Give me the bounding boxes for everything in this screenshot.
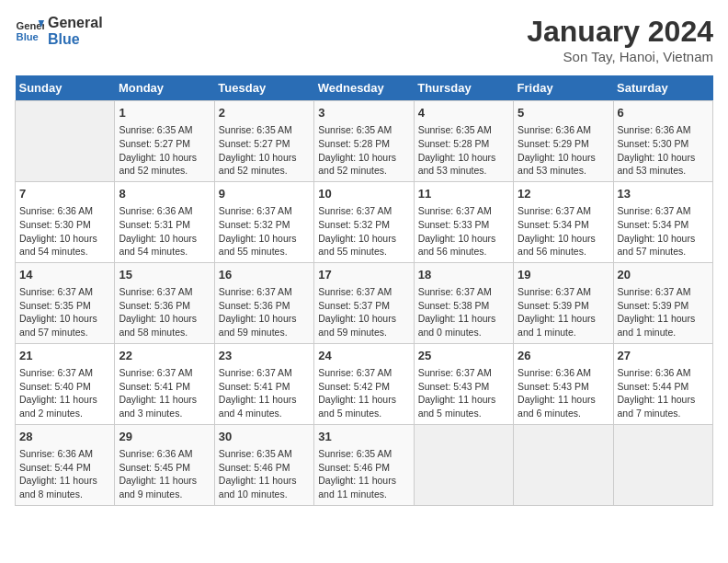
day-details: Sunrise: 6:35 AMSunset: 5:27 PMDaylight:… bbox=[119, 123, 210, 178]
day-number: 10 bbox=[318, 186, 409, 202]
day-number: 19 bbox=[518, 267, 609, 283]
day-details: Sunrise: 6:37 AMSunset: 5:33 PMDaylight:… bbox=[418, 204, 509, 259]
calendar-cell bbox=[414, 424, 513, 505]
day-details: Sunrise: 6:36 AMSunset: 5:31 PMDaylight:… bbox=[119, 204, 210, 259]
day-details: Sunrise: 6:37 AMSunset: 5:39 PMDaylight:… bbox=[518, 285, 609, 339]
day-details: Sunrise: 6:37 AMSunset: 5:34 PMDaylight:… bbox=[518, 204, 609, 259]
header-row: SundayMondayTuesdayWednesdayThursdayFrid… bbox=[16, 75, 713, 101]
week-row-4: 21Sunrise: 6:37 AMSunset: 5:40 PMDayligh… bbox=[16, 343, 713, 424]
day-details: Sunrise: 6:37 AMSunset: 5:39 PMDaylight:… bbox=[618, 285, 709, 339]
week-row-2: 7Sunrise: 6:36 AMSunset: 5:30 PMDaylight… bbox=[16, 181, 713, 262]
header-day-sunday: Sunday bbox=[16, 75, 115, 101]
day-number: 5 bbox=[518, 105, 609, 121]
day-number: 6 bbox=[618, 105, 709, 121]
day-number: 17 bbox=[318, 267, 409, 283]
logo-text-general: General bbox=[48, 15, 103, 31]
calendar-cell: 25Sunrise: 6:37 AMSunset: 5:43 PMDayligh… bbox=[414, 343, 513, 424]
calendar-cell: 13Sunrise: 6:37 AMSunset: 5:34 PMDayligh… bbox=[613, 181, 712, 262]
calendar-cell: 29Sunrise: 6:36 AMSunset: 5:45 PMDayligh… bbox=[115, 424, 214, 505]
calendar-cell: 3Sunrise: 6:35 AMSunset: 5:28 PMDaylight… bbox=[314, 101, 414, 182]
calendar-cell: 16Sunrise: 6:37 AMSunset: 5:36 PMDayligh… bbox=[214, 262, 313, 343]
day-details: Sunrise: 6:37 AMSunset: 5:36 PMDaylight:… bbox=[119, 285, 210, 339]
day-number: 29 bbox=[119, 429, 210, 445]
calendar-cell: 24Sunrise: 6:37 AMSunset: 5:42 PMDayligh… bbox=[314, 343, 414, 424]
header-day-saturday: Saturday bbox=[613, 75, 712, 101]
page-header: General Blue General Blue January 2024 S… bbox=[15, 15, 713, 64]
day-number: 31 bbox=[318, 429, 409, 445]
day-details: Sunrise: 6:36 AMSunset: 5:30 PMDaylight:… bbox=[19, 204, 110, 259]
day-number: 15 bbox=[119, 267, 210, 283]
day-number: 13 bbox=[618, 186, 709, 202]
logo: General Blue General Blue bbox=[15, 15, 103, 48]
calendar-cell: 2Sunrise: 6:35 AMSunset: 5:27 PMDaylight… bbox=[214, 101, 313, 182]
calendar-cell: 11Sunrise: 6:37 AMSunset: 5:33 PMDayligh… bbox=[414, 181, 513, 262]
day-details: Sunrise: 6:37 AMSunset: 5:40 PMDaylight:… bbox=[19, 366, 110, 420]
title-block: January 2024 Son Tay, Hanoi, Vietnam bbox=[527, 15, 713, 64]
calendar-cell: 14Sunrise: 6:37 AMSunset: 5:35 PMDayligh… bbox=[16, 262, 115, 343]
day-number: 30 bbox=[219, 429, 310, 445]
day-number: 9 bbox=[219, 186, 310, 202]
day-details: Sunrise: 6:35 AMSunset: 5:46 PMDaylight:… bbox=[318, 447, 409, 501]
calendar-cell: 23Sunrise: 6:37 AMSunset: 5:41 PMDayligh… bbox=[214, 343, 313, 424]
day-number: 4 bbox=[418, 105, 509, 121]
calendar-cell bbox=[514, 424, 613, 505]
day-details: Sunrise: 6:36 AMSunset: 5:45 PMDaylight:… bbox=[119, 447, 210, 501]
calendar-cell: 21Sunrise: 6:37 AMSunset: 5:40 PMDayligh… bbox=[16, 343, 115, 424]
calendar-cell: 12Sunrise: 6:37 AMSunset: 5:34 PMDayligh… bbox=[514, 181, 613, 262]
day-number: 20 bbox=[618, 267, 709, 283]
day-details: Sunrise: 6:35 AMSunset: 5:46 PMDaylight:… bbox=[219, 447, 310, 501]
day-details: Sunrise: 6:37 AMSunset: 5:34 PMDaylight:… bbox=[618, 204, 709, 259]
day-number: 27 bbox=[618, 348, 709, 364]
day-details: Sunrise: 6:37 AMSunset: 5:42 PMDaylight:… bbox=[318, 366, 409, 420]
day-details: Sunrise: 6:37 AMSunset: 5:32 PMDaylight:… bbox=[318, 204, 409, 259]
day-number: 25 bbox=[418, 348, 509, 364]
day-details: Sunrise: 6:37 AMSunset: 5:35 PMDaylight:… bbox=[19, 285, 110, 339]
day-number: 7 bbox=[19, 186, 110, 202]
calendar-cell: 30Sunrise: 6:35 AMSunset: 5:46 PMDayligh… bbox=[214, 424, 313, 505]
week-row-3: 14Sunrise: 6:37 AMSunset: 5:35 PMDayligh… bbox=[16, 262, 713, 343]
day-details: Sunrise: 6:36 AMSunset: 5:44 PMDaylight:… bbox=[618, 366, 709, 420]
calendar-cell: 8Sunrise: 6:36 AMSunset: 5:31 PMDaylight… bbox=[115, 181, 214, 262]
header-day-monday: Monday bbox=[115, 75, 214, 101]
calendar-cell: 31Sunrise: 6:35 AMSunset: 5:46 PMDayligh… bbox=[314, 424, 414, 505]
day-number: 18 bbox=[418, 267, 509, 283]
calendar-cell: 19Sunrise: 6:37 AMSunset: 5:39 PMDayligh… bbox=[514, 262, 613, 343]
day-details: Sunrise: 6:36 AMSunset: 5:44 PMDaylight:… bbox=[19, 447, 110, 501]
calendar-cell: 15Sunrise: 6:37 AMSunset: 5:36 PMDayligh… bbox=[115, 262, 214, 343]
svg-text:Blue: Blue bbox=[17, 31, 39, 42]
day-details: Sunrise: 6:37 AMSunset: 5:36 PMDaylight:… bbox=[219, 285, 310, 339]
day-number: 8 bbox=[119, 186, 210, 202]
header-day-friday: Friday bbox=[514, 75, 613, 101]
calendar-cell: 28Sunrise: 6:36 AMSunset: 5:44 PMDayligh… bbox=[16, 424, 115, 505]
day-details: Sunrise: 6:36 AMSunset: 5:29 PMDaylight:… bbox=[518, 123, 609, 178]
calendar-cell: 6Sunrise: 6:36 AMSunset: 5:30 PMDaylight… bbox=[613, 101, 712, 182]
calendar-cell: 1Sunrise: 6:35 AMSunset: 5:27 PMDaylight… bbox=[115, 101, 214, 182]
day-number: 14 bbox=[19, 267, 110, 283]
day-details: Sunrise: 6:37 AMSunset: 5:43 PMDaylight:… bbox=[418, 366, 509, 420]
day-number: 26 bbox=[518, 348, 609, 364]
calendar-cell: 18Sunrise: 6:37 AMSunset: 5:38 PMDayligh… bbox=[414, 262, 513, 343]
header-day-wednesday: Wednesday bbox=[314, 75, 414, 101]
day-number: 2 bbox=[219, 105, 310, 121]
day-details: Sunrise: 6:36 AMSunset: 5:43 PMDaylight:… bbox=[518, 366, 609, 420]
day-details: Sunrise: 6:37 AMSunset: 5:41 PMDaylight:… bbox=[119, 366, 210, 420]
day-details: Sunrise: 6:37 AMSunset: 5:32 PMDaylight:… bbox=[219, 204, 310, 259]
calendar-cell: 5Sunrise: 6:36 AMSunset: 5:29 PMDaylight… bbox=[514, 101, 613, 182]
day-details: Sunrise: 6:36 AMSunset: 5:30 PMDaylight:… bbox=[618, 123, 709, 178]
day-number: 1 bbox=[119, 105, 210, 121]
day-number: 3 bbox=[318, 105, 409, 121]
day-details: Sunrise: 6:37 AMSunset: 5:38 PMDaylight:… bbox=[418, 285, 509, 339]
day-number: 12 bbox=[518, 186, 609, 202]
calendar-cell: 17Sunrise: 6:37 AMSunset: 5:37 PMDayligh… bbox=[314, 262, 414, 343]
header-day-tuesday: Tuesday bbox=[214, 75, 313, 101]
calendar-cell bbox=[613, 424, 712, 505]
logo-text-blue: Blue bbox=[48, 31, 103, 48]
week-row-5: 28Sunrise: 6:36 AMSunset: 5:44 PMDayligh… bbox=[16, 424, 713, 505]
day-number: 21 bbox=[19, 348, 110, 364]
calendar-cell: 10Sunrise: 6:37 AMSunset: 5:32 PMDayligh… bbox=[314, 181, 414, 262]
day-details: Sunrise: 6:35 AMSunset: 5:27 PMDaylight:… bbox=[219, 123, 310, 178]
day-details: Sunrise: 6:37 AMSunset: 5:37 PMDaylight:… bbox=[318, 285, 409, 339]
calendar-table: SundayMondayTuesdayWednesdayThursdayFrid… bbox=[15, 75, 713, 506]
day-number: 16 bbox=[219, 267, 310, 283]
logo-icon: General Blue bbox=[15, 17, 44, 46]
